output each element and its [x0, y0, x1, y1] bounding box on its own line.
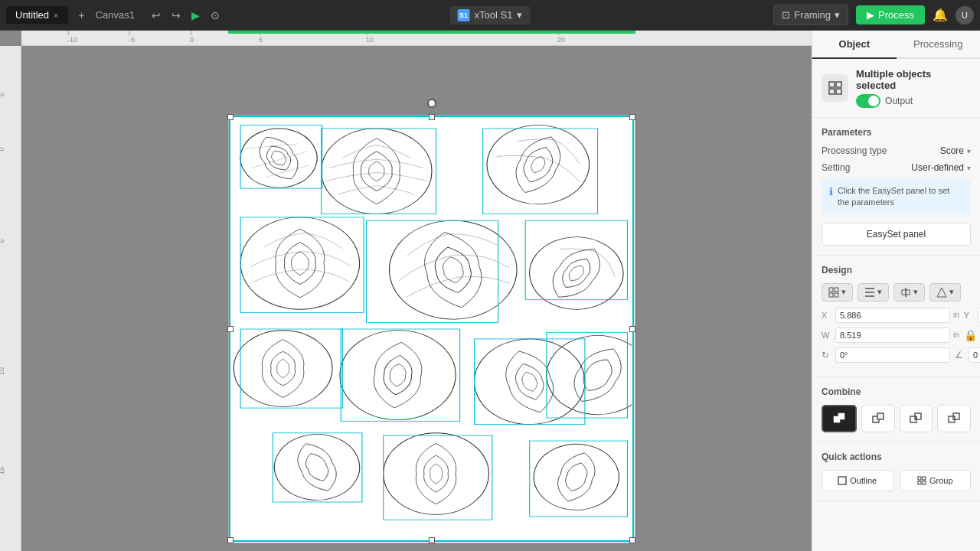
align-row: ▾ ▾ ▾ ▾	[822, 283, 971, 302]
output-toggle[interactable]	[856, 94, 880, 108]
panel-tabs: Object Processing	[812, 31, 980, 59]
resize-handle-bl[interactable]	[227, 537, 234, 543]
rotate-handle[interactable]	[427, 99, 436, 108]
svg-rect-30	[836, 82, 841, 87]
resize-handle-bc[interactable]	[429, 537, 435, 543]
active-tab[interactable]: Untitled ×	[6, 6, 68, 24]
ruler-highlight	[228, 31, 635, 34]
main-layout: -10 -5 0 5 10 20 -5 0 5 10 15	[0, 31, 980, 551]
rotation-icon: ↻	[822, 350, 832, 360]
svg-rect-33	[829, 288, 833, 292]
skew-icon: ∠	[955, 350, 965, 360]
framing-label: Framing	[794, 9, 831, 21]
parameters-title: Parameters	[822, 127, 971, 138]
tab-close-btn[interactable]: ×	[54, 11, 58, 20]
setting-label: Setting	[822, 162, 850, 173]
info-icon: ℹ	[829, 186, 833, 197]
lock-aspect-icon[interactable]: 🔒	[964, 329, 977, 341]
skew-input[interactable]	[969, 347, 980, 363]
resize-handle-tc[interactable]	[429, 114, 435, 120]
v-ruler-tick: 10	[0, 367, 5, 375]
outline-button[interactable]: Outline	[822, 470, 893, 491]
horizontal-ruler: -10 -5 0 5 10 20	[21, 31, 812, 46]
user-avatar[interactable]: U	[956, 6, 974, 24]
svg-rect-34	[835, 288, 838, 292]
svg-rect-54	[923, 477, 926, 480]
device-selector[interactable]: S1 xTool S1 ▾	[450, 6, 531, 24]
w-unit: in	[953, 331, 959, 339]
ruler-tick: -10	[67, 31, 77, 44]
svg-rect-49	[915, 416, 916, 419]
tab-object[interactable]: Object	[812, 31, 897, 59]
align-btn-4[interactable]: ▾	[929, 283, 961, 302]
canvas-content[interactable]: +	[21, 46, 812, 551]
object-title: Multiple objects selected	[856, 68, 971, 91]
ruler-tick: 0	[190, 31, 194, 44]
process-icon: ▶	[867, 9, 874, 21]
selection-box[interactable]: +	[229, 116, 634, 542]
processing-type-chevron: ▾	[967, 147, 971, 155]
rotation-input[interactable]	[835, 347, 950, 363]
rotation-coord-row: ↻	[822, 347, 950, 363]
quick-actions-title: Quick actions	[822, 452, 971, 462]
info-box: ℹ Click the EasySet panel to set the par…	[822, 179, 971, 215]
svg-rect-53	[918, 477, 921, 480]
new-tab-button[interactable]: +	[74, 6, 90, 24]
align-chevron-3: ▾	[913, 287, 918, 297]
easyset-panel-button[interactable]: EasySet panel	[822, 223, 971, 246]
align-btn-2[interactable]: ▾	[858, 283, 889, 302]
combine-btn-union[interactable]	[822, 405, 857, 432]
frame-tool-button[interactable]: ⊙	[206, 6, 224, 24]
tab-processing[interactable]: Processing	[897, 31, 981, 59]
x-label: X	[822, 311, 832, 320]
tab-title: Untitled	[15, 9, 49, 21]
framing-button[interactable]: ⊡ Framing ▾	[773, 5, 848, 25]
canvas-area[interactable]: -10 -5 0 5 10 20 -5 0 5 10 15	[0, 31, 812, 551]
combine-title: Combine	[822, 386, 971, 397]
redo-button[interactable]: ↪	[167, 6, 185, 24]
combine-btn-subtract[interactable]	[861, 405, 895, 432]
process-button[interactable]: ▶ Process	[856, 5, 925, 24]
align-btn-3[interactable]: ▾	[893, 283, 925, 302]
notification-icon[interactable]: 🔔	[933, 8, 948, 22]
object-icon	[822, 74, 848, 102]
v-ruler-tick: 15	[0, 467, 5, 474]
resize-handle-tr[interactable]	[629, 114, 635, 120]
canvas-label: Canvas1	[96, 9, 135, 21]
quick-actions-row: Outline Group	[822, 470, 971, 491]
svg-rect-32	[836, 89, 841, 94]
resize-handle-mr[interactable]	[629, 326, 635, 332]
resize-handle-tl[interactable]	[227, 114, 234, 120]
y-coord-row: Y in	[964, 308, 980, 323]
svg-rect-31	[829, 89, 835, 94]
processing-type-value[interactable]: Score ▾	[940, 145, 971, 156]
resize-handle-br[interactable]	[629, 537, 635, 543]
x-coord-row: X in	[822, 308, 959, 323]
xy-coords: X in Y in	[822, 308, 971, 323]
setting-chevron: ▾	[967, 164, 971, 172]
group-button[interactable]: Group	[900, 470, 972, 491]
device-name: xTool S1	[475, 9, 513, 21]
w-input[interactable]	[835, 328, 950, 343]
skew-coord-row: ∠	[955, 347, 980, 363]
svg-rect-35	[829, 293, 833, 297]
right-panel: Object Processing Multiple objects selec…	[812, 31, 980, 551]
svg-rect-36	[835, 293, 838, 297]
svg-rect-46	[877, 413, 884, 419]
combine-btn-intersect[interactable]	[900, 405, 933, 432]
wh-dims: W in 🔒 H in	[822, 328, 971, 343]
device-icon: S1	[458, 9, 470, 21]
combine-btn-exclude[interactable]	[937, 405, 971, 432]
ruler-tick: -5	[129, 31, 135, 44]
play-button[interactable]: ▶	[187, 6, 204, 24]
undo-button[interactable]: ↩	[147, 6, 165, 24]
x-input[interactable]	[835, 308, 950, 323]
object-info: Multiple objects selected Output	[856, 68, 971, 108]
resize-handle-ml[interactable]	[227, 326, 234, 332]
align-btn-1[interactable]: ▾	[822, 283, 853, 302]
align-chevron-1: ▾	[841, 287, 846, 297]
setting-value[interactable]: User-defined ▾	[911, 162, 971, 173]
x-unit: in	[953, 311, 959, 319]
v-ruler-tick: -5	[0, 93, 5, 99]
ruler-tick: 10	[366, 31, 374, 44]
